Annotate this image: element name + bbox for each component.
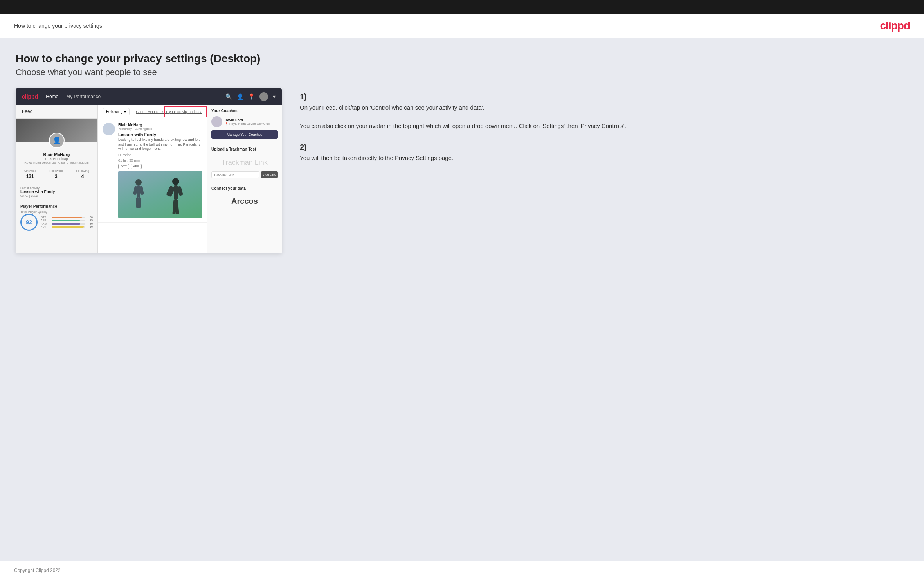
- coaches-section: Your Coaches David Ford 📍 Royal North De…: [207, 105, 282, 143]
- page-subheading: Choose what you want people to see: [16, 67, 908, 77]
- stat-following-label: Following: [76, 169, 89, 173]
- quality-row: 92 OTT 90 APP 85: [20, 214, 93, 231]
- chevron-down-icon: ▾: [273, 93, 276, 100]
- bar-arg-bg: [52, 223, 85, 225]
- profile-banner: 👤: [16, 119, 97, 142]
- svg-rect-9: [177, 186, 183, 196]
- app-sidebar: Feed 👤 Blair McHarg Plus Handicap Royal …: [16, 105, 98, 253]
- stat-followers-label: Followers: [49, 169, 63, 173]
- following-chevron-icon: ▾: [124, 110, 126, 114]
- site-header: How to change your privacy settings clip…: [0, 14, 924, 38]
- stat-following: Following 4: [76, 169, 89, 180]
- bar-putt-fill: [52, 226, 84, 228]
- stat-activities: Activities 131: [24, 169, 36, 180]
- profile-handicap: Plus Handicap: [19, 157, 94, 161]
- following-button[interactable]: Following ▾: [103, 108, 130, 115]
- latest-activity: Latest Activity Lesson with Fordy 03 Aug…: [16, 183, 97, 201]
- duration-label: Duration: [118, 153, 131, 157]
- nav-icons: 🔍 👤 📍 ▾: [225, 92, 276, 101]
- coach-name: David Ford: [225, 118, 270, 122]
- site-footer: Copyright Clippd 2022: [0, 561, 924, 577]
- feed-header: Following ▾ Control who can see your act…: [98, 105, 207, 119]
- stat-followers-value: 3: [55, 174, 58, 179]
- profile-stats: Activities 131 Followers 3 Following 4: [16, 166, 97, 183]
- instruction-2-text: You will then be taken directly to the P…: [300, 153, 908, 162]
- bar-ott-bg: [52, 217, 85, 218]
- bar-arg-value: 86: [86, 222, 93, 225]
- stat-following-value: 4: [81, 174, 84, 179]
- app-main-feed: Following ▾ Control who can see your act…: [98, 105, 207, 253]
- instructions: 1) On your Feed, click/tap on 'Control w…: [296, 88, 908, 175]
- feed-tab: Feed: [16, 105, 97, 119]
- nav-link-performance: My Performance: [66, 94, 101, 99]
- manage-coaches-button[interactable]: Manage Your Coaches: [211, 130, 278, 139]
- app-mockup: clippd Home My Performance 🔍 👤 📍 ▾ Feed: [16, 88, 282, 253]
- bar-arg-fill: [52, 223, 80, 225]
- coach-club: 📍 Royal North Devon Golf Club: [225, 122, 270, 126]
- bar-ott-label: OTT: [41, 216, 50, 219]
- quality-circle: 92: [20, 214, 38, 231]
- tag-app: APP: [131, 164, 142, 169]
- instruction-1: 1) On your Feed, click/tap on 'Control w…: [300, 92, 908, 130]
- coach-club-text: Royal North Devon Golf Club: [229, 122, 270, 126]
- post-author-name: Blair McHarg: [118, 123, 202, 127]
- following-label: Following: [106, 110, 122, 114]
- main-content: How to change your privacy settings (Des…: [0, 38, 924, 561]
- user-avatar: [259, 92, 268, 101]
- bar-app-fill: [52, 220, 80, 221]
- latest-date: 03 Aug 2022: [20, 194, 93, 198]
- profile-avatar: 👤: [49, 133, 65, 148]
- profile-info: Blair McHarg Plus Handicap Royal North D…: [16, 151, 97, 166]
- golfer-silhouette-2: [166, 178, 186, 218]
- bar-app-label: APP: [41, 219, 50, 222]
- top-bar: [0, 0, 924, 14]
- bar-app: APP 85: [41, 219, 93, 222]
- svg-rect-7: [174, 185, 178, 200]
- bar-app-bg: [52, 220, 85, 221]
- trackman-input[interactable]: [211, 171, 259, 178]
- post-author-avatar: [103, 123, 115, 135]
- instruction-2: 2) You will then be taken directly to th…: [300, 143, 908, 162]
- feed-post: Blair McHarg Yesterday · Sunningdale Les…: [98, 119, 207, 223]
- post-image: [118, 171, 202, 218]
- instruction-2-number: 2): [300, 143, 908, 152]
- location-pin-icon: 📍: [225, 122, 229, 126]
- search-icon: 🔍: [225, 93, 232, 100]
- header-title: How to change your privacy settings: [14, 23, 102, 29]
- golfer-silhouette-1: [131, 179, 154, 218]
- clippd-logo: clippd: [880, 20, 910, 32]
- content-columns: clippd Home My Performance 🔍 👤 📍 ▾ Feed: [16, 88, 908, 253]
- coach-info: David Ford 📍 Royal North Devon Golf Club: [225, 118, 270, 126]
- trackman-add-button[interactable]: Add Link: [261, 171, 278, 178]
- instruction-1-number: 1): [300, 92, 908, 101]
- post-meta: Yesterday · Sunningdale: [118, 127, 202, 131]
- bar-app-value: 85: [86, 219, 93, 222]
- coach-row: David Ford 📍 Royal North Devon Golf Club: [211, 116, 278, 127]
- bar-ott-fill: [52, 217, 82, 218]
- arccos-logo: Arccos: [211, 194, 278, 209]
- connect-section: Connect your data Arccos: [207, 182, 282, 213]
- nav-link-home: Home: [46, 94, 58, 99]
- footer-copyright: Copyright Clippd 2022: [14, 568, 61, 573]
- app-body: Feed 👤 Blair McHarg Plus Handicap Royal …: [16, 105, 282, 253]
- connect-title: Connect your data: [211, 186, 278, 191]
- bar-putt: PUTT 96: [41, 225, 93, 228]
- bar-ott-value: 90: [86, 216, 93, 219]
- user-icon: 👤: [237, 93, 243, 100]
- trackman-section: Upload a Trackman Test Trackman Link Add…: [207, 143, 282, 182]
- svg-point-6: [172, 178, 179, 185]
- latest-name: Lesson with Fordy: [20, 190, 93, 194]
- profile-name: Blair McHarg: [19, 152, 94, 157]
- control-link[interactable]: Control who can see your activity and da…: [136, 110, 202, 114]
- app-nav: clippd Home My Performance 🔍 👤 📍 ▾: [16, 88, 282, 105]
- svg-point-0: [135, 179, 142, 185]
- svg-rect-5: [138, 197, 141, 208]
- page-heading: How to change your privacy settings (Des…: [16, 52, 908, 65]
- nav-logo: clippd: [22, 93, 38, 100]
- stat-activities-label: Activities: [24, 169, 36, 173]
- post-description: Looking to feel like my hands are exitin…: [118, 138, 202, 151]
- instruction-1-text: On your Feed, click/tap on 'Control who …: [300, 103, 908, 130]
- perf-title: Player Performance: [20, 204, 93, 209]
- coach-avatar: [211, 116, 222, 127]
- location-icon: 📍: [248, 93, 255, 100]
